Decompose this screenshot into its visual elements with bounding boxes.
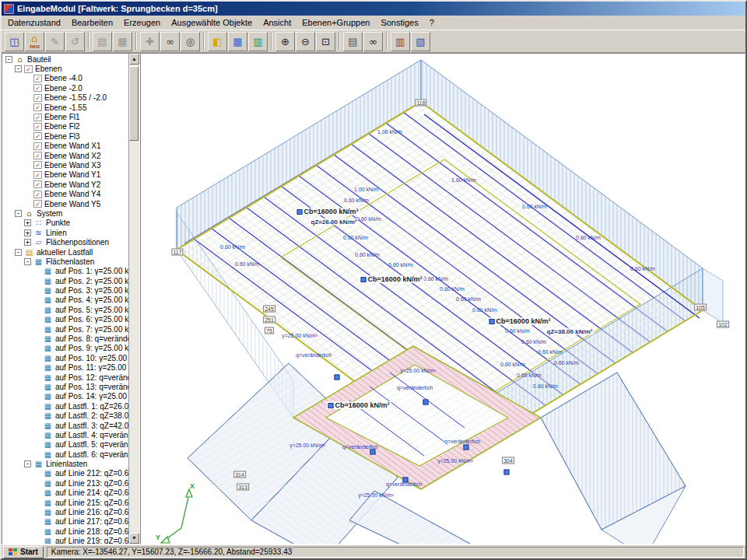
raster-ansicht-button[interactable]: ▦ bbox=[228, 32, 247, 51]
tree-item[interactable]: ▦auf Lastfl. 3: qZ=42.00 bbox=[4, 421, 128, 430]
tree-item[interactable]: ✓Ebene Wand Y5 bbox=[4, 199, 128, 208]
tree-item[interactable]: -⌂Bauteil bbox=[4, 54, 128, 64]
tree-item[interactable]: ▦auf Linie 219: qZ=0.60 bbox=[4, 537, 128, 544]
tree-item[interactable]: +≋Linien bbox=[4, 228, 128, 237]
toolbar-separator bbox=[386, 33, 388, 50]
tree-item[interactable]: ▦auf Pos. 3: γ=25.00 kN bbox=[4, 285, 128, 295]
expand-icon[interactable]: + bbox=[24, 239, 31, 246]
collapse-icon[interactable]: - bbox=[24, 460, 31, 467]
tree-item[interactable]: ▦auf Linie 212: qZ=0.60 bbox=[4, 469, 128, 478]
tree-item[interactable]: ▦auf Pos. 11: γ=25.00 kN bbox=[4, 363, 128, 373]
tree-item[interactable]: ✓Ebene Wand Y4 bbox=[4, 189, 128, 198]
tree-item[interactable]: ▦auf Linie 214: qZ=0.60 bbox=[4, 488, 128, 498]
menu-ausgew-hlte-objekte[interactable]: Ausgewählte Objekte bbox=[166, 17, 258, 28]
fenster-ansicht-button[interactable]: ◧ bbox=[208, 32, 227, 51]
scrollbar-thumb[interactable] bbox=[129, 66, 139, 141]
menu-ansicht[interactable]: Ansicht bbox=[258, 17, 296, 28]
tabelle-icon: ▦ bbox=[43, 440, 53, 449]
tree-item[interactable]: ✓Ebene Fl2 bbox=[4, 122, 128, 131]
zoom-fenster-button[interactable]: ⊡ bbox=[316, 32, 335, 51]
tree-item[interactable]: ▦auf Linie 218: qZ=0.60 bbox=[4, 527, 128, 536]
ansicht-brille-button[interactable]: ∞ bbox=[160, 32, 180, 51]
tree-item[interactable]: ✓Ebene Wand X1 bbox=[4, 142, 128, 151]
tree-item[interactable]: ✓Ebene Wand Y2 bbox=[4, 180, 128, 189]
tree-item[interactable]: ✓Ebene Wand X3 bbox=[4, 160, 128, 170]
statistik-button[interactable]: ▧ bbox=[411, 32, 430, 51]
collapse-icon[interactable]: - bbox=[24, 258, 31, 265]
render-brille-button[interactable]: ∞ bbox=[363, 32, 383, 51]
tree-item[interactable]: ▦auf Pos. 6: γ=25.00 kN bbox=[4, 315, 128, 324]
tree-item[interactable]: ▦auf Pos. 10: γ=25.00 kN bbox=[4, 353, 128, 362]
tree-item[interactable]: ✓Ebene Wand X2 bbox=[4, 151, 128, 160]
tree-item[interactable]: -▦Flächenlasten bbox=[4, 257, 128, 266]
bedding-label: Cb=16000 kN/m³ bbox=[327, 401, 391, 409]
app-window: EingabeModul [Faltwerk: Sprungbecken d=3… bbox=[0, 0, 747, 560]
tree-item[interactable]: ▦auf Lastfl. 1: qZ=26.00 bbox=[4, 401, 128, 411]
collapse-icon[interactable]: - bbox=[15, 210, 22, 217]
tree-item[interactable]: +∷Punkte bbox=[4, 219, 128, 228]
tree-item[interactable]: ▦auf Linie 213: qZ=0.60 bbox=[4, 478, 128, 488]
tree-item[interactable]: ▦auf Pos. 5: γ=25.00 kN bbox=[4, 305, 128, 314]
tree-item[interactable]: -⌂System bbox=[4, 208, 128, 218]
scroll-down-icon[interactable] bbox=[129, 533, 139, 544]
tree-item[interactable]: ✓Ebene Wand Y1 bbox=[4, 170, 128, 180]
axis-label: Y bbox=[156, 534, 160, 541]
tree-item[interactable]: ▦auf Linie 216: qZ=0.60 bbox=[4, 507, 128, 516]
tree-item[interactable]: ▦auf Lastfl. 5: q=veränder bbox=[4, 440, 128, 450]
linien-icon: ≋ bbox=[33, 229, 44, 237]
tree-item[interactable]: -✓Ebenen bbox=[4, 64, 128, 73]
tree-item[interactable]: ✓Ebene -2.0 bbox=[4, 83, 128, 93]
tree-item[interactable]: ✓Ebene -4.0 bbox=[4, 74, 128, 83]
tree-item[interactable]: ▦auf Pos. 12: q=veränder bbox=[4, 373, 128, 382]
menu--[interactable]: ? bbox=[424, 17, 440, 28]
menu-erzeugen[interactable]: Erzeugen bbox=[118, 17, 166, 28]
tree-item[interactable]: ▦auf Lastfl. 6: q=veränder bbox=[4, 450, 128, 459]
bericht-ansicht-button[interactable]: ▥ bbox=[248, 32, 268, 51]
tree-item[interactable]: ✓Ebene Fl1 bbox=[4, 112, 128, 121]
tree-item[interactable]: ▦auf Linie 217: qZ=0.60 bbox=[4, 517, 128, 527]
tree-item[interactable]: ✓Ebene Fl3 bbox=[4, 131, 128, 141]
menu-datenzustand[interactable]: Datenzustand bbox=[2, 17, 66, 28]
tree-item[interactable]: ✓Ebene -1.55 / -2.0 bbox=[4, 93, 128, 103]
collapse-icon[interactable]: - bbox=[15, 249, 22, 256]
tree-item[interactable]: ▦auf Linie 215: qZ=0.60 bbox=[4, 498, 128, 507]
collapse-icon[interactable]: - bbox=[5, 56, 12, 63]
tree-item-label: aktueller Lastfall bbox=[37, 248, 93, 257]
tree-item[interactable]: ▦auf Pos. 4: γ=25.00 kN bbox=[4, 296, 128, 305]
tree-item[interactable]: ▦auf Pos. 1: γ=25.00 kN. bbox=[4, 267, 128, 276]
expand-icon[interactable]: + bbox=[24, 229, 31, 236]
tree-item[interactable]: ▦auf Lastfl. 4: q=veränder bbox=[4, 430, 128, 439]
drucken-button[interactable]: ▤ bbox=[343, 32, 363, 51]
tree-item[interactable]: +▱Flächenpositionen bbox=[4, 237, 128, 247]
tree-item[interactable]: -▤aktueller Lastfall bbox=[4, 247, 128, 257]
menu-ebenen-gruppen[interactable]: Ebenen+Gruppen bbox=[296, 17, 375, 28]
tree-item[interactable]: ▦auf Pos. 2: γ=25.00 kN bbox=[4, 276, 128, 285]
model-viewport[interactable]: 1.06 kN/m1.00 kN/m1.60 kN/m0.60 kN/m0.60… bbox=[140, 53, 745, 544]
scrollbar-track[interactable] bbox=[129, 65, 139, 533]
tree-item[interactable]: ✓Ebene -1.55 bbox=[4, 103, 128, 112]
zoom-minus-button[interactable]: ⊖ bbox=[296, 32, 315, 51]
tree-scrollbar[interactable] bbox=[128, 54, 139, 544]
toolbar: ◫⌂neu✎↺▤▦✚∞◎◧▦▥⊕⊖⊡▤∞▥▧ bbox=[2, 30, 745, 53]
collapse-icon[interactable]: - bbox=[15, 65, 22, 72]
datenzustand-uebernehmen-button[interactable]: ◫ bbox=[5, 32, 24, 51]
kamerafahrt-button[interactable]: ◎ bbox=[181, 32, 200, 51]
expand-icon[interactable]: + bbox=[24, 219, 31, 226]
zoom-plus-button[interactable]: ⊕ bbox=[275, 32, 295, 51]
tree-item[interactable]: -▦Linienlasten bbox=[4, 459, 128, 468]
scroll-up-icon[interactable] bbox=[129, 54, 139, 65]
tree-item[interactable]: ▦auf Pos. 14: γ=25.00 kN bbox=[4, 392, 128, 401]
tree-item[interactable]: ▦auf Lastfl. 2: qZ=38.00 bbox=[4, 411, 128, 420]
load-symbol-icon bbox=[370, 450, 376, 455]
check-icon: ✓ bbox=[33, 75, 42, 82]
menu-bearbeiten[interactable]: Bearbeiten bbox=[66, 17, 118, 28]
tree-item[interactable]: ▦auf Pos. 8: q=veränderli bbox=[4, 334, 128, 343]
neu-bauteil-button[interactable]: ⌂neu bbox=[25, 32, 44, 51]
tree-item[interactable]: ▦auf Pos. 13: q=veränder bbox=[4, 382, 128, 391]
menu-sonstiges[interactable]: Sonstiges bbox=[375, 17, 423, 28]
start-button[interactable]: Start bbox=[3, 546, 44, 558]
bedding-label: Cb=16000 kN/m³ bbox=[296, 208, 360, 215]
tree-item[interactable]: ▦auf Pos. 7: γ=25.00 kN bbox=[4, 324, 128, 334]
tree-item[interactable]: ▦auf Pos. 9: γ=25.00 kN bbox=[4, 344, 128, 353]
schnitt-tabelle-button[interactable]: ▥ bbox=[391, 32, 410, 51]
